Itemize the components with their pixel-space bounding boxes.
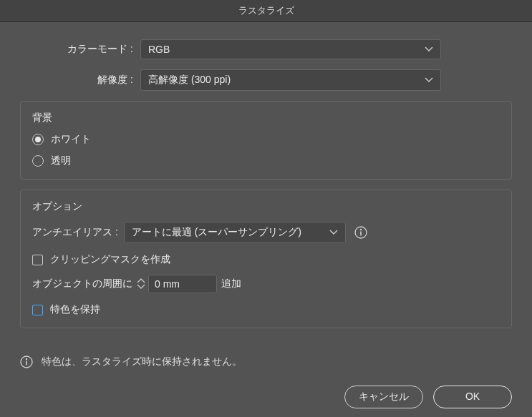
- cancel-button[interactable]: キャンセル: [344, 386, 423, 408]
- dialog-content: カラーモード : RGB 解像度 : 高解像度 (300 ppi) 背景 ホワイ: [0, 22, 532, 347]
- preserve-spot-checkbox[interactable]: 特色を保持: [32, 303, 500, 316]
- color-mode-value: RGB: [148, 44, 170, 55]
- footer-note-text: 特色は、ラスタライズ時に保持されません。: [42, 355, 242, 368]
- svg-rect-5: [26, 361, 27, 366]
- resolution-label: 解像度 :: [20, 74, 140, 87]
- svg-rect-2: [360, 232, 362, 236]
- radio-label: ホワイト: [51, 133, 91, 146]
- antialias-value: アートに最適 (スーパーサンプリング): [132, 226, 301, 237]
- ok-button[interactable]: OK: [433, 386, 512, 408]
- dialog-buttons: キャンセル OK: [0, 377, 532, 417]
- checkbox-label: クリッピングマスクを作成: [50, 253, 170, 266]
- svg-point-1: [360, 229, 362, 230]
- chevron-down-icon: [329, 230, 338, 235]
- checkbox-icon: [32, 255, 43, 265]
- padding-stepper[interactable]: 0 mm: [137, 275, 217, 293]
- chevron-down-icon: [425, 46, 433, 52]
- chevron-down-icon: [425, 77, 433, 83]
- padding-suffix: 追加: [221, 278, 241, 290]
- background-white-radio[interactable]: ホワイト: [32, 133, 500, 146]
- antialias-select[interactable]: アートに最適 (スーパーサンプリング): [124, 222, 346, 243]
- chevron-up-icon[interactable]: [137, 278, 145, 284]
- color-mode-label: カラーモード :: [20, 43, 140, 56]
- options-title: オプション: [32, 200, 500, 213]
- resolution-value: 高解像度 (300 ppi): [148, 74, 231, 85]
- rasterize-dialog: ラスタライズ カラーモード : RGB 解像度 : 高解像度 (300 ppi)…: [0, 0, 532, 417]
- footer-note: 特色は、ラスタライズ時に保持されません。: [0, 347, 532, 377]
- background-title: 背景: [32, 112, 500, 124]
- antialias-label: アンチエイリアス :: [32, 226, 118, 239]
- clipping-mask-checkbox[interactable]: クリッピングマスクを作成: [32, 253, 500, 266]
- radio-icon: [32, 155, 44, 167]
- chevron-down-icon[interactable]: [137, 284, 145, 290]
- resolution-select[interactable]: 高解像度 (300 ppi): [140, 69, 441, 91]
- checkbox-label: 特色を保持: [50, 303, 100, 316]
- padding-prefix: オブジェクトの周囲に: [32, 278, 132, 290]
- background-transparent-radio[interactable]: 透明: [32, 154, 500, 167]
- info-icon: [20, 355, 33, 368]
- options-group: オプション アンチエイリアス : アートに最適 (スーパーサンプリング) クリッ…: [20, 190, 512, 328]
- radio-label: 透明: [51, 154, 71, 167]
- padding-input[interactable]: 0 mm: [148, 275, 217, 293]
- svg-point-4: [26, 358, 27, 360]
- dialog-title: ラスタライズ: [0, 0, 532, 22]
- checkbox-icon: [32, 305, 43, 315]
- color-mode-select[interactable]: RGB: [140, 39, 441, 59]
- info-icon[interactable]: [354, 226, 367, 239]
- background-group: 背景 ホワイト 透明: [20, 101, 512, 180]
- radio-icon: [32, 134, 44, 145]
